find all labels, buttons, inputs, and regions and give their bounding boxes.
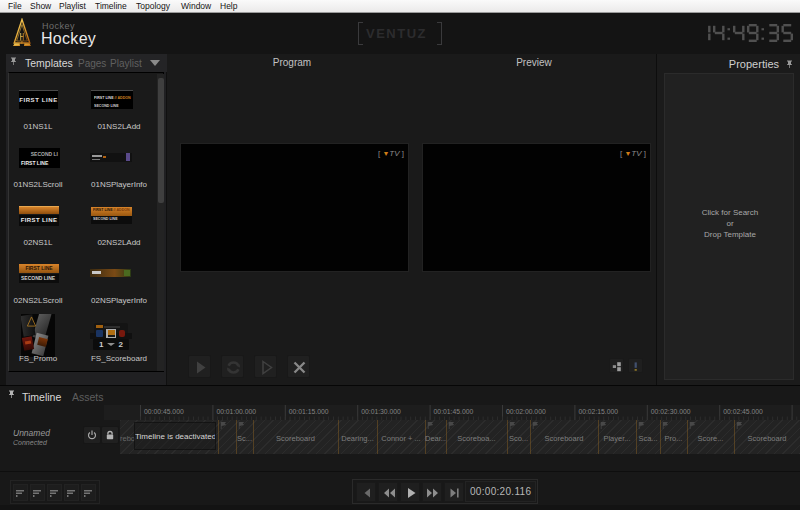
svg-text:00:01:45.000: 00:01:45.000 bbox=[434, 408, 474, 415]
svg-text:00:02:00.000: 00:02:00.000 bbox=[506, 408, 546, 415]
svg-text:00:02:15.000: 00:02:15.000 bbox=[578, 408, 618, 415]
svg-text:00:02:45.000: 00:02:45.000 bbox=[723, 408, 763, 415]
svg-text:00:00:45.000: 00:00:45.000 bbox=[144, 408, 184, 415]
svg-text:00:01:15.000: 00:01:15.000 bbox=[289, 408, 329, 415]
svg-text:00:02:30.000: 00:02:30.000 bbox=[651, 408, 691, 415]
svg-text:00:01:30.000: 00:01:30.000 bbox=[361, 408, 401, 415]
svg-text:00:01:00.000: 00:01:00.000 bbox=[216, 408, 256, 415]
